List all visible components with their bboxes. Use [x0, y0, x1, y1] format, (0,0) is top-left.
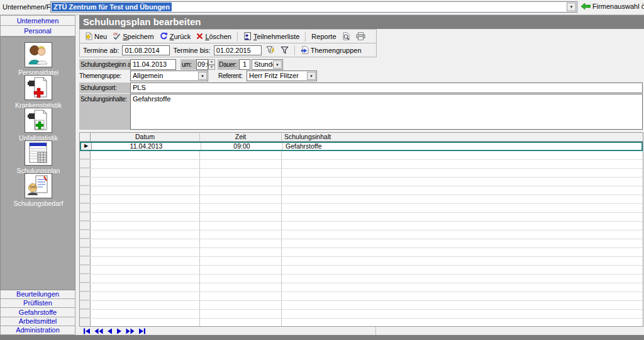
cell-schulungsinhalt[interactable]	[282, 230, 643, 239]
print-preview-button[interactable]	[341, 31, 352, 41]
sidebar-group-personal[interactable]: Personal	[0, 26, 75, 37]
cell-zeit[interactable]	[200, 283, 282, 292]
schulungsort-input[interactable]: PLS	[130, 82, 643, 93]
cell-zeit[interactable]	[200, 169, 282, 177]
previous-record-button[interactable]	[107, 328, 113, 334]
row-selector-cell[interactable]	[80, 186, 91, 195]
delete-button[interactable]: Löschen	[195, 32, 233, 41]
cell-datum[interactable]	[91, 257, 200, 265]
cell-zeit[interactable]	[200, 292, 282, 300]
cell-schulungsinhalt[interactable]	[282, 292, 643, 300]
cell-datum[interactable]	[91, 178, 200, 186]
sidebar-group-unternehmen[interactable]: Unternehmen	[0, 15, 75, 26]
table-row-selected[interactable]: ▶ 11.04.2013 09:00 Gefahrstoffe	[80, 142, 643, 151]
table-row[interactable]	[80, 239, 643, 248]
schulungsbeginn-input[interactable]: 11.04.2013	[130, 59, 176, 70]
cell-zeit[interactable]	[200, 319, 282, 327]
spinner-down-icon[interactable]: ▼	[208, 65, 215, 71]
chevron-down-icon[interactable]: ▼	[567, 3, 576, 11]
cell-schulungsinhalt[interactable]	[282, 301, 643, 309]
table-row[interactable]	[80, 283, 643, 292]
cell-schulungsinhalt[interactable]	[282, 178, 643, 186]
cell-zeit[interactable]	[200, 248, 282, 256]
termine-bis-input[interactable]: 01.02.2015	[214, 45, 262, 55]
cell-datum[interactable]: 11.04.2013	[92, 143, 201, 150]
cell-datum[interactable]	[91, 169, 200, 177]
cell-datum[interactable]	[91, 195, 200, 203]
row-selector-cell[interactable]	[80, 204, 91, 212]
column-header-zeit[interactable]: Zeit	[200, 133, 282, 141]
next-record-button[interactable]	[116, 328, 122, 334]
row-selector-cell[interactable]	[80, 319, 91, 327]
dauer-input[interactable]: 1	[239, 59, 250, 70]
cell-datum[interactable]	[91, 310, 200, 318]
cell-schulungsinhalt[interactable]	[282, 310, 643, 318]
cell-schulungsinhalt[interactable]	[282, 239, 643, 247]
cell-schulungsinhalt[interactable]: Gefahrstoffe	[283, 143, 641, 150]
table-row[interactable]	[80, 178, 643, 186]
table-row[interactable]	[80, 213, 643, 222]
cell-zeit[interactable]	[200, 195, 282, 203]
cell-datum[interactable]	[91, 204, 200, 212]
cell-schulungsinhalt[interactable]	[282, 160, 643, 168]
cell-datum[interactable]	[91, 275, 200, 283]
cell-schulungsinhalt[interactable]	[282, 283, 643, 292]
chevron-down-icon[interactable]: ▼	[273, 60, 282, 69]
cell-zeit[interactable]	[200, 160, 282, 168]
row-selector-cell[interactable]: ▶	[81, 143, 92, 150]
cell-zeit[interactable]	[200, 230, 282, 239]
last-record-button[interactable]	[138, 328, 146, 334]
themengruppe-select[interactable]: Allgemein ▼	[130, 71, 208, 81]
table-row[interactable]	[80, 204, 643, 213]
cell-datum[interactable]	[91, 301, 200, 309]
first-record-button[interactable]	[83, 328, 91, 334]
new-button[interactable]: Neu	[83, 31, 108, 41]
cell-zeit[interactable]: 09:00	[201, 143, 283, 150]
table-row[interactable]	[80, 301, 643, 310]
sidebar-item-personaldatei[interactable]: Personaldatei	[1, 42, 76, 76]
table-row[interactable]	[80, 230, 643, 239]
row-selector-cell[interactable]	[80, 222, 91, 230]
cell-zeit[interactable]	[200, 239, 282, 247]
cell-schulungsinhalt[interactable]	[282, 266, 643, 274]
table-row[interactable]	[80, 186, 643, 195]
cell-schulungsinhalt[interactable]	[282, 248, 643, 256]
cell-schulungsinhalt[interactable]	[282, 222, 643, 230]
row-selector-cell[interactable]	[80, 266, 91, 274]
row-selector-cell[interactable]	[80, 248, 91, 256]
back-button[interactable]: Zurück	[158, 31, 192, 41]
cell-zeit[interactable]	[200, 266, 282, 274]
table-row[interactable]	[80, 160, 643, 169]
fast-previous-button[interactable]	[94, 328, 103, 334]
row-selector-cell[interactable]	[80, 169, 91, 177]
row-selector-cell[interactable]	[80, 178, 91, 186]
dauer-unit-select[interactable]: Stunde ▼	[252, 59, 283, 70]
cell-schulungsinhalt[interactable]	[282, 186, 643, 195]
row-selector-cell[interactable]	[80, 230, 91, 239]
cell-schulungsinhalt[interactable]	[282, 195, 643, 203]
table-row[interactable]	[80, 275, 643, 283]
cell-zeit[interactable]	[200, 178, 282, 186]
row-selector-cell[interactable]	[80, 275, 91, 283]
save-button[interactable]: OK Speichern	[111, 31, 155, 41]
row-selector-cell[interactable]	[80, 257, 91, 265]
cell-zeit[interactable]	[200, 257, 282, 265]
table-row[interactable]	[80, 151, 643, 160]
cell-datum[interactable]	[91, 283, 200, 292]
table-row[interactable]	[80, 319, 643, 327]
table-row[interactable]	[80, 292, 643, 301]
cell-schulungsinhalt[interactable]	[282, 169, 643, 177]
cell-zeit[interactable]	[200, 151, 282, 159]
sidebar-group-arbeitsmittel[interactable]: Arbeitsmittel	[0, 317, 75, 326]
referent-select[interactable]: Herr Fritz Flitzer ▼	[247, 71, 317, 81]
cell-zeit[interactable]	[200, 186, 282, 195]
cell-datum[interactable]	[91, 160, 200, 168]
cell-zeit[interactable]	[200, 301, 282, 309]
open-company-selection-button[interactable]: Firmenauswahl öffnen	[581, 3, 644, 10]
schulungsinhalte-textarea[interactable]: Gefahrstoffe	[130, 94, 643, 130]
table-row[interactable]	[80, 266, 643, 275]
sidebar-group-beurteilungen[interactable]: Beurteilungen	[0, 290, 75, 299]
apply-filter-button[interactable]	[265, 45, 276, 55]
time-input[interactable]: 09:00	[196, 59, 208, 70]
cell-schulungsinhalt[interactable]	[282, 275, 643, 283]
